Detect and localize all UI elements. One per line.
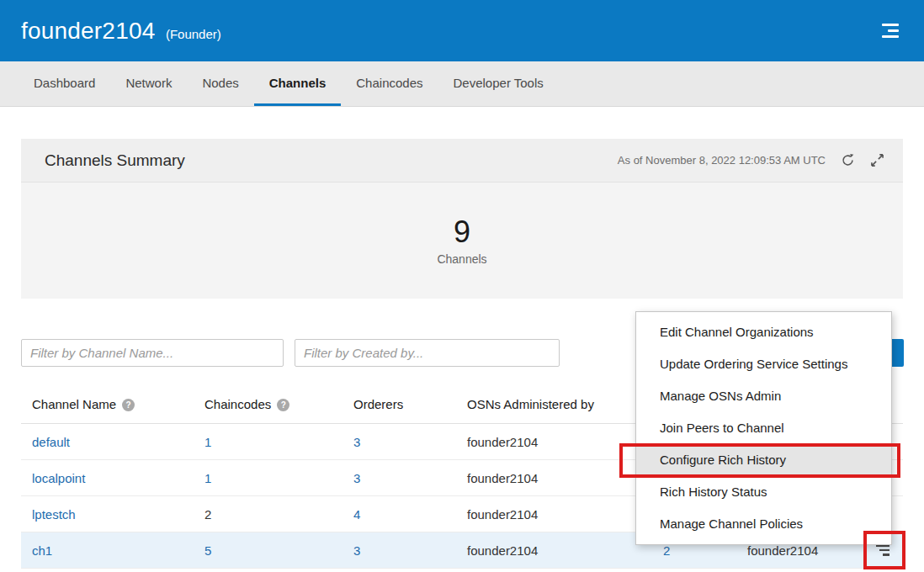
filter-channel-name-input[interactable] xyxy=(21,339,284,367)
column-label: Chaincodes xyxy=(204,397,271,411)
column-orderers: Orderers xyxy=(343,397,456,411)
channel-link[interactable]: default xyxy=(32,435,70,449)
chaincodes-count-link[interactable]: 1 xyxy=(204,435,211,449)
osns-value: founder2104 xyxy=(467,435,538,449)
menu-item-configure-rich-history[interactable]: Configure Rich History xyxy=(636,444,891,476)
menu-item-join-peers-to-channel[interactable]: Join Peers to Channel xyxy=(636,412,891,444)
menu-item-manage-channel-policies[interactable]: Manage Channel Policies xyxy=(636,508,891,540)
column-osns-administered-by: OSNs Administered by xyxy=(456,397,652,411)
chaincodes-count: 2 xyxy=(204,507,211,522)
channels-count: 9 xyxy=(454,215,470,249)
orderers-count-link[interactable]: 3 xyxy=(353,435,360,449)
menu-item-rich-history-status[interactable]: Rich History Status xyxy=(636,476,891,508)
channel-link[interactable]: lptestch xyxy=(32,507,76,522)
tab-developer-tools[interactable]: Developer Tools xyxy=(438,61,559,106)
collapse-icon[interactable] xyxy=(869,153,884,168)
column-label: Channel Name xyxy=(32,397,116,411)
instance-name: founder2104 xyxy=(21,18,155,44)
page-title: founder2104 (Founder) xyxy=(21,18,221,45)
menu-item-edit-channel-organizations[interactable]: Edit Channel Organizations xyxy=(636,316,891,348)
column-channel-name: Channel Name? xyxy=(21,397,194,411)
panel-meta: As of November 8, 2022 12:09:53 AM UTC xyxy=(618,153,884,168)
channel-link[interactable]: ch1 xyxy=(32,543,52,558)
panel-title: Channels Summary xyxy=(45,151,185,170)
channels-count-label: Channels xyxy=(437,252,486,266)
tab-bar: Dashboard Network Nodes Channels Chainco… xyxy=(0,61,924,107)
refresh-icon[interactable] xyxy=(840,153,855,168)
orderers-count-link[interactable]: 4 xyxy=(353,507,360,522)
app-header: founder2104 (Founder) xyxy=(0,0,924,61)
header-menu-icon[interactable] xyxy=(882,20,899,41)
tab-network[interactable]: Network xyxy=(110,61,187,106)
channels-summary-panel: Channels Summary As of November 8, 2022 … xyxy=(21,139,903,299)
help-icon[interactable]: ? xyxy=(277,399,289,411)
peers-count-link[interactable]: 2 xyxy=(663,543,670,558)
panel-body: 9 Channels xyxy=(21,183,903,299)
orderers-count-link[interactable]: 3 xyxy=(353,543,360,558)
tab-nodes[interactable]: Nodes xyxy=(187,61,253,106)
help-icon[interactable]: ? xyxy=(122,399,135,411)
filter-created-by-input[interactable] xyxy=(295,339,560,367)
osns-value: founder2104 xyxy=(467,543,538,558)
panel-header: Channels Summary As of November 8, 2022 … xyxy=(21,139,903,183)
menu-item-update-ordering-service-settings[interactable]: Update Ordering Service Settings xyxy=(636,348,891,380)
column-label: Orderers xyxy=(353,397,403,411)
chaincodes-count-link[interactable]: 5 xyxy=(204,543,211,558)
tab-channels[interactable]: Channels xyxy=(254,61,342,106)
menu-item-manage-osns-admin[interactable]: Manage OSNs Admin xyxy=(636,380,891,412)
created-by-value: founder2104 xyxy=(747,543,818,558)
channel-link[interactable]: localpoint xyxy=(32,471,85,485)
row-actions-context-menu: Edit Channel Organizations Update Orderi… xyxy=(635,311,892,545)
osns-value: founder2104 xyxy=(467,507,538,522)
column-label: OSNs Administered by xyxy=(467,397,594,411)
tab-chaincodes[interactable]: Chaincodes xyxy=(341,61,438,106)
orderers-count-link[interactable]: 3 xyxy=(353,471,360,485)
tab-dashboard[interactable]: Dashboard xyxy=(19,61,110,106)
instance-role: (Founder) xyxy=(166,27,221,41)
column-chaincodes: Chaincodes? xyxy=(194,397,343,411)
chaincodes-count-link[interactable]: 1 xyxy=(204,471,211,485)
as-of-timestamp: As of November 8, 2022 12:09:53 AM UTC xyxy=(618,154,826,167)
osns-value: founder2104 xyxy=(467,471,538,485)
